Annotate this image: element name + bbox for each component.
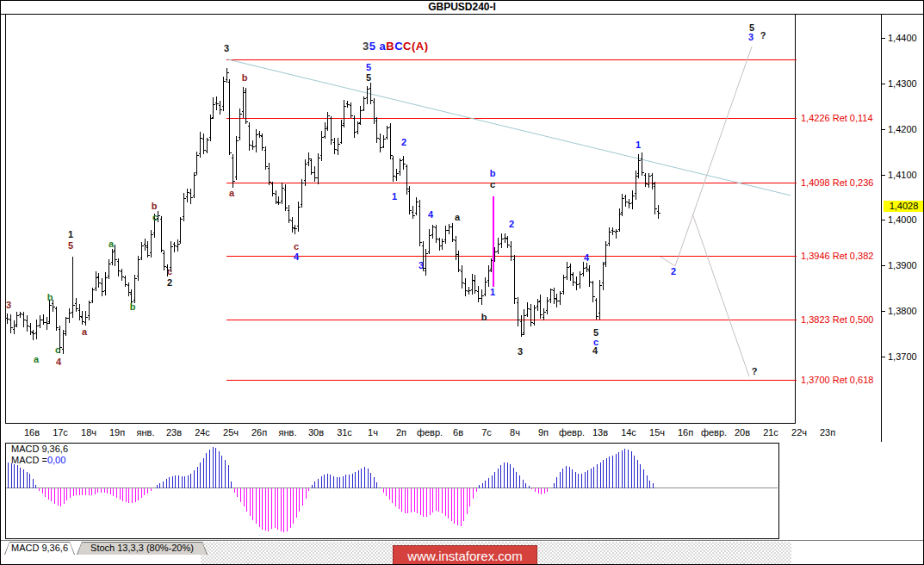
- macd-value-line: MACD =0,00: [11, 455, 65, 466]
- instaforex-banner[interactable]: www.instaforex.com: [393, 545, 537, 565]
- tab-stochastic-label: Stoch 13,3,3 (80%-20%): [78, 543, 207, 555]
- tab-macd-label: MACD 9,36,6: [5, 543, 74, 555]
- indicator-tab-bar: MACD 9,36,6 Stoch 13,3,3 (80%-20%) www.i…: [1, 540, 924, 565]
- macd-value-prefix: MACD =: [11, 455, 47, 465]
- macd-indicator-label: MACD 9,36,6: [11, 444, 68, 455]
- price-chart-canvas[interactable]: [1, 1, 924, 565]
- current-price-tag: 1,4028: [884, 201, 924, 212]
- tab-stochastic[interactable]: Stoch 13,3,3 (80%-20%): [77, 542, 208, 555]
- tab-macd[interactable]: MACD 9,36,6: [4, 542, 75, 555]
- chart-window: GBPUSD240-I 1,44001,43001,42001,41001,40…: [0, 0, 924, 565]
- macd-value: 0,00: [47, 455, 65, 465]
